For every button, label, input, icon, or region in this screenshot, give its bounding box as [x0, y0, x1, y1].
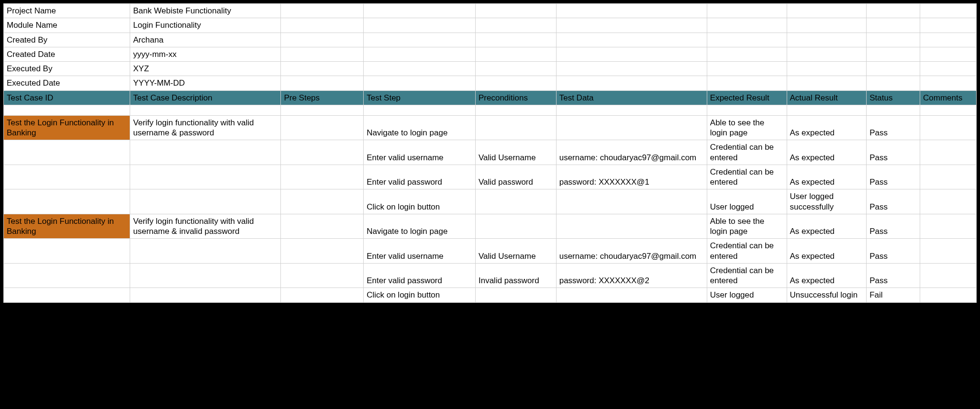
cell-test-step[interactable]: Navigate to login page: [364, 214, 476, 239]
empty-cell[interactable]: [475, 4, 556, 18]
cell-preconditions[interactable]: [475, 189, 556, 214]
meta-label[interactable]: Created Date: [4, 47, 130, 61]
empty-cell[interactable]: [787, 105, 867, 115]
meta-value[interactable]: Bank Webiste Functionality: [130, 4, 281, 18]
cell-preconditions[interactable]: Valid Username: [475, 239, 556, 264]
empty-cell[interactable]: [867, 105, 920, 115]
meta-label[interactable]: Project Name: [4, 4, 130, 18]
cell-status[interactable]: Pass: [867, 239, 920, 264]
cell-status[interactable]: Pass: [867, 263, 920, 288]
empty-cell[interactable]: [475, 62, 556, 76]
column-header[interactable]: Test Data: [556, 90, 707, 105]
empty-cell[interactable]: [920, 62, 977, 76]
cell-comments[interactable]: [920, 263, 977, 288]
cell-preconditions[interactable]: [475, 214, 556, 239]
cell-actual-result[interactable]: User logged successfully: [787, 189, 867, 214]
cell-description[interactable]: [130, 189, 281, 214]
cell-pre-steps[interactable]: [281, 214, 364, 239]
cell-status[interactable]: Pass: [867, 140, 920, 165]
empty-cell[interactable]: [867, 76, 920, 90]
cell-description[interactable]: [130, 140, 281, 165]
column-header[interactable]: Pre Steps: [281, 90, 364, 105]
cell-expected-result[interactable]: Credential can be entered: [707, 140, 787, 165]
cell-test-step[interactable]: Enter valid password: [364, 263, 476, 288]
empty-cell[interactable]: [867, 62, 920, 76]
cell-description[interactable]: Verify login functionality with valid us…: [130, 115, 281, 140]
empty-cell[interactable]: [707, 4, 787, 18]
cell-test-case-id[interactable]: Test the Login Functionality in Banking: [4, 115, 130, 140]
cell-test-data[interactable]: username: choudaryac97@gmail.com: [556, 239, 707, 264]
empty-cell[interactable]: [787, 33, 867, 47]
empty-cell[interactable]: [867, 33, 920, 47]
cell-test-step[interactable]: Enter valid username: [364, 140, 476, 165]
empty-cell[interactable]: [281, 76, 364, 90]
empty-cell[interactable]: [920, 105, 977, 115]
cell-expected-result[interactable]: Able to see the login page: [707, 115, 787, 140]
empty-cell[interactable]: [920, 4, 977, 18]
cell-actual-result[interactable]: As expected: [787, 140, 867, 165]
cell-description[interactable]: [130, 239, 281, 264]
empty-cell[interactable]: [475, 18, 556, 33]
meta-label[interactable]: Created By: [4, 33, 130, 47]
cell-test-step[interactable]: Enter valid password: [364, 165, 476, 189]
column-header[interactable]: Preconditions: [475, 90, 556, 105]
empty-cell[interactable]: [707, 18, 787, 33]
cell-test-data[interactable]: [556, 214, 707, 239]
empty-cell[interactable]: [281, 105, 364, 115]
cell-pre-steps[interactable]: [281, 239, 364, 264]
empty-cell[interactable]: [920, 47, 977, 61]
meta-label[interactable]: Module Name: [4, 18, 130, 33]
cell-comments[interactable]: [920, 288, 977, 302]
cell-pre-steps[interactable]: [281, 140, 364, 165]
meta-value[interactable]: YYYY-MM-DD: [130, 76, 281, 90]
empty-cell[interactable]: [281, 4, 364, 18]
cell-expected-result[interactable]: Able to see the login page: [707, 214, 787, 239]
empty-cell[interactable]: [707, 33, 787, 47]
empty-cell[interactable]: [130, 105, 281, 115]
empty-cell[interactable]: [556, 4, 707, 18]
column-header[interactable]: Expected Result: [707, 90, 787, 105]
cell-preconditions[interactable]: Valid Username: [475, 140, 556, 165]
column-header[interactable]: Test Case Description: [130, 90, 281, 105]
cell-expected-result[interactable]: User logged: [707, 189, 787, 214]
cell-test-step[interactable]: Click on login button: [364, 189, 476, 214]
cell-description[interactable]: [130, 165, 281, 189]
cell-actual-result[interactable]: As expected: [787, 239, 867, 264]
cell-pre-steps[interactable]: [281, 165, 364, 189]
empty-cell[interactable]: [281, 33, 364, 47]
cell-test-case-id[interactable]: [4, 263, 130, 288]
cell-test-case-id[interactable]: [4, 239, 130, 264]
empty-cell[interactable]: [475, 105, 556, 115]
empty-cell[interactable]: [475, 47, 556, 61]
meta-value[interactable]: Archana: [130, 33, 281, 47]
cell-expected-result[interactable]: User logged: [707, 288, 787, 302]
empty-cell[interactable]: [556, 105, 707, 115]
column-header[interactable]: Comments: [920, 90, 977, 105]
empty-cell[interactable]: [920, 33, 977, 47]
cell-status[interactable]: Pass: [867, 115, 920, 140]
empty-cell[interactable]: [281, 62, 364, 76]
column-header[interactable]: Test Case ID: [4, 90, 130, 105]
empty-cell[interactable]: [707, 62, 787, 76]
cell-test-case-id[interactable]: [4, 140, 130, 165]
meta-label[interactable]: Executed By: [4, 62, 130, 76]
empty-cell[interactable]: [556, 62, 707, 76]
meta-value[interactable]: yyyy-mm-xx: [130, 47, 281, 61]
cell-test-data[interactable]: password: XXXXXXX@2: [556, 263, 707, 288]
cell-expected-result[interactable]: Credential can be entered: [707, 239, 787, 264]
cell-pre-steps[interactable]: [281, 263, 364, 288]
cell-comments[interactable]: [920, 189, 977, 214]
cell-test-data[interactable]: username: choudaryac97@gmail.com: [556, 140, 707, 165]
cell-preconditions[interactable]: Valid password: [475, 165, 556, 189]
cell-test-step[interactable]: Enter valid username: [364, 239, 476, 264]
cell-test-data[interactable]: [556, 115, 707, 140]
cell-pre-steps[interactable]: [281, 288, 364, 302]
empty-cell[interactable]: [364, 33, 476, 47]
cell-actual-result[interactable]: As expected: [787, 214, 867, 239]
column-header[interactable]: Actual Result: [787, 90, 867, 105]
column-header[interactable]: Test Step: [364, 90, 476, 105]
cell-status[interactable]: Pass: [867, 214, 920, 239]
empty-cell[interactable]: [556, 18, 707, 33]
meta-value[interactable]: XYZ: [130, 62, 281, 76]
cell-description[interactable]: [130, 288, 281, 302]
